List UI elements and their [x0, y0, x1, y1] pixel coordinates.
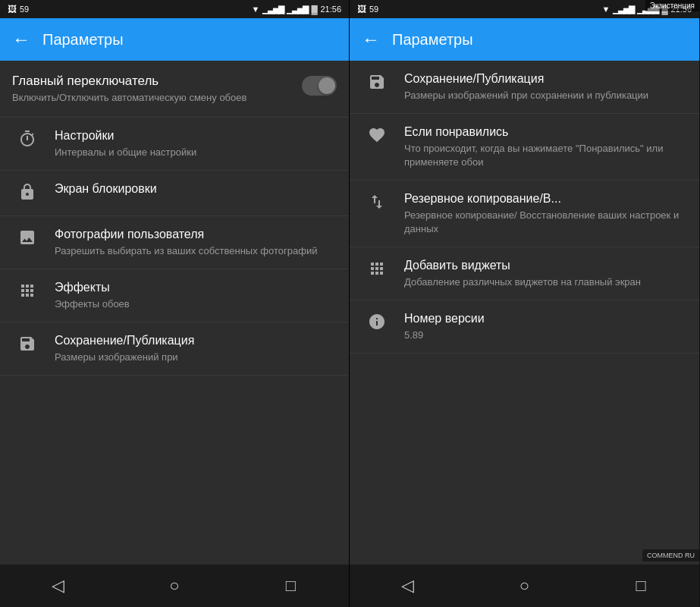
widgets-icon [362, 258, 392, 278]
watermark-label: Экзистенция [645, 0, 699, 11]
nav-recent-left[interactable]: □ [268, 571, 313, 601]
notification-icon: 🖼 [8, 4, 17, 14]
settings-item-save[interactable]: Сохранение/Публикация Размеры изображени… [0, 322, 349, 376]
nav-bar-right: ◁ ○ □ [350, 565, 699, 607]
screen-title-left: Параметры [42, 31, 124, 49]
backup-subtitle: Резервное копирование/ Восстановление ва… [404, 209, 687, 236]
settings-item-lock[interactable]: Экран блокировки [0, 171, 349, 216]
status-bar-right-icons: ▼ ▁▃▅▇ ▁▃▅▇ ▓ 21:56 [252, 5, 341, 14]
settings-item-effects[interactable]: Эффекты Эффекты обоев [0, 269, 349, 322]
photos-subtitle: Разрешить выбирать из ваших собственных … [55, 244, 337, 258]
settings-subtitle: Интервалы и общие настройки [55, 146, 337, 159]
settings-list-left: Главный переключатель Включить/Отключить… [0, 61, 349, 565]
signal-icon: ▁▃▅▇ [262, 5, 284, 14]
settings-item-save2[interactable]: Сохранение/Публикация Размеры изображени… [350, 61, 699, 114]
app-bar-right: ← Параметры [350, 18, 699, 61]
save-subtitle: Размеры изображений при [55, 351, 337, 364]
screen-title-right: Параметры [392, 31, 473, 49]
battery-icon: ▓ [311, 5, 317, 14]
wifi-icon-r: ▼ [602, 5, 611, 14]
settings-item-photos[interactable]: Фотографии пользователя Разрешить выбира… [0, 216, 349, 269]
wifi-icon: ▼ [252, 5, 260, 14]
save-icon [12, 333, 42, 353]
backup-text: Резервное копирование/В... Резервное коп… [404, 191, 687, 236]
nav-bar-left: ◁ ○ □ [0, 565, 349, 607]
liked-subtitle: Что происходит, когда вы нажимаете "Понр… [404, 142, 687, 169]
version-text: Номер версии 5.89 [404, 311, 687, 342]
lock-icon [12, 181, 42, 201]
save2-subtitle: Размеры изображений при сохранении и пуб… [404, 89, 687, 102]
nav-back-left[interactable]: ◁ [36, 571, 81, 601]
main-switch-subtitle: Включить/Отключить автоматическую смену … [12, 91, 302, 105]
status-bar-left-icons: 🖼 59 [8, 4, 29, 14]
save-title: Сохранение/Публикация [55, 333, 337, 349]
signal-icon-r: ▁▃▅▇ [613, 5, 634, 14]
photos-text: Фотографии пользователя Разрешить выбира… [55, 227, 337, 258]
status-bar-left: 🖼 59 ▼ ▁▃▅▇ ▁▃▅▇ ▓ 21:56 [0, 0, 349, 18]
notification-count-r: 59 [369, 5, 378, 14]
image-icon [12, 227, 42, 247]
settings-title: Настройки [55, 128, 337, 144]
main-switch-text: Главный переключатель Включить/Отключить… [12, 73, 302, 105]
effects-text: Эффекты Эффекты обоев [55, 280, 337, 311]
widgets-subtitle: Добавление различных виджетов на главный… [404, 275, 687, 289]
save2-text: Сохранение/Публикация Размеры изображени… [404, 71, 687, 102]
commend-watermark: COMMEND RU [642, 549, 699, 561]
screen-left: 🖼 59 ▼ ▁▃▅▇ ▁▃▅▇ ▓ 21:56 ← Параметры Гла… [0, 0, 350, 607]
info-icon [362, 311, 392, 331]
save2-title: Сохранение/Публикация [404, 71, 687, 87]
settings-list-right: Сохранение/Публикация Размеры изображени… [350, 61, 699, 565]
transfer-icon [362, 191, 392, 211]
nav-recent-right[interactable]: □ [618, 571, 664, 601]
save-icon2 [362, 71, 392, 91]
app-bar-left: ← Параметры [0, 18, 349, 61]
main-switch-title: Главный переключатель [12, 73, 302, 90]
nav-home-left[interactable]: ○ [152, 571, 197, 601]
settings-text: Настройки Интервалы и общие настройки [55, 128, 337, 159]
timer-icon [12, 128, 42, 148]
photos-title: Фотографии пользователя [55, 227, 337, 243]
notification-icon-r: 🖼 [357, 4, 366, 14]
settings-item-version[interactable]: Номер версии 5.89 [350, 300, 699, 354]
version-title: Номер версии [404, 311, 687, 327]
widgets-text: Добавить виджеты Добавление различных ви… [404, 258, 687, 289]
heart-icon [362, 124, 392, 144]
main-switch-toggle[interactable] [302, 76, 337, 96]
lock-text: Экран блокировки [55, 181, 337, 197]
settings-item-timer[interactable]: Настройки Интервалы и общие настройки [0, 118, 349, 171]
effects-icon [12, 280, 42, 300]
effects-subtitle: Эффекты обоев [55, 297, 337, 311]
liked-title: Если понравились [404, 124, 687, 140]
settings-item-backup[interactable]: Резервное копирование/В... Резервное коп… [350, 181, 699, 247]
save-text: Сохранение/Публикация Размеры изображени… [55, 333, 337, 364]
back-button-right[interactable]: ← [362, 29, 380, 50]
nav-home-right[interactable]: ○ [501, 571, 547, 601]
time-display: 21:56 [320, 5, 341, 14]
effects-title: Эффекты [55, 280, 337, 296]
version-number: 5.89 [404, 329, 687, 342]
nav-back-right[interactable]: ◁ [385, 571, 431, 601]
main-switch-item[interactable]: Главный переключатель Включить/Отключить… [0, 61, 349, 118]
signal-icon2: ▁▃▅▇ [287, 5, 308, 14]
liked-text: Если понравились Что происходит, когда в… [404, 124, 687, 169]
notification-count: 59 [20, 5, 29, 14]
back-button-left[interactable]: ← [12, 29, 30, 50]
lock-title: Экран блокировки [55, 181, 337, 197]
settings-item-widgets[interactable]: Добавить виджеты Добавление различных ви… [350, 247, 699, 300]
settings-item-liked[interactable]: Если понравились Что происходит, когда в… [350, 114, 699, 181]
widgets-title: Добавить виджеты [404, 258, 687, 274]
backup-title: Резервное копирование/В... [404, 191, 687, 207]
status-bar-right-left: 🖼 59 [357, 4, 378, 14]
screen-right: Экзистенция 🖼 59 ▼ ▁▃▅▇ ▁▃▅▇ ▓ 21:56 ← П… [350, 0, 699, 607]
